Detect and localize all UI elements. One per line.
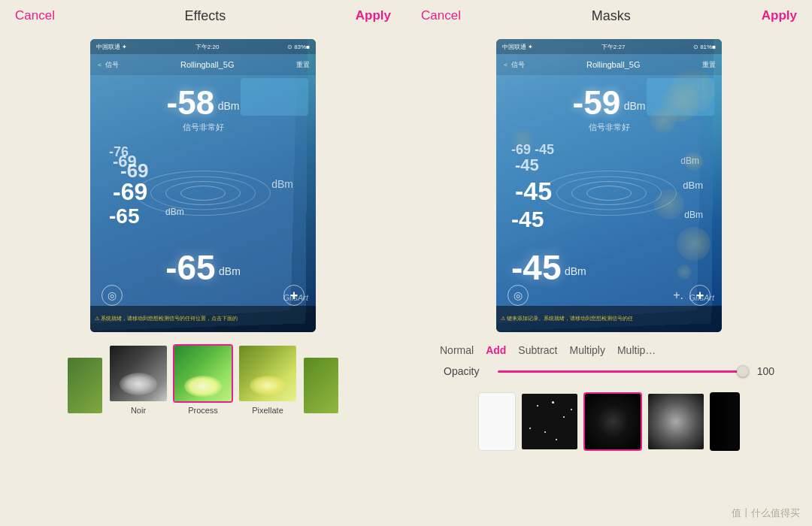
left-thumb-process[interactable]: Process — [173, 344, 233, 415]
left-panel: 中国联通 ✦ 下午2:20 ⊙ 83%■ ＜ 信号 Rollingball_5G… — [0, 32, 406, 526]
gifsart-watermark: GifsArt — [283, 293, 308, 302]
phone-nav-title: Rollingball_5G — [119, 60, 296, 69]
page-watermark: 值丨什么值得买 — [732, 506, 800, 520]
opacity-value: 100 — [752, 365, 774, 377]
right-phone-back-btn: ＜ 信号 — [502, 60, 525, 70]
right-phone-reset-btn: 重置 — [702, 60, 716, 70]
blend-mode-bar: Normal Add Subtract Multiply Multip… — [425, 337, 793, 364]
left-cancel-button[interactable]: Cancel — [15, 8, 55, 23]
right-gifsart-watermark: GifsArt — [689, 293, 714, 302]
blend-add[interactable]: Add — [486, 344, 506, 356]
opacity-slider-thumb[interactable] — [737, 365, 749, 377]
right-thumb-blank[interactable] — [478, 392, 516, 451]
blend-multiply[interactable]: Multiply — [569, 344, 604, 356]
right-thumb-vignette[interactable] — [583, 392, 642, 451]
left-thumb-partial2[interactable] — [302, 356, 340, 415]
left-thumb-pixellate[interactable]: Pixellate — [238, 344, 298, 415]
left-thumb-partial[interactable] — [66, 356, 104, 415]
left-title: Effects — [184, 8, 226, 24]
right-apply-button[interactable]: Apply — [762, 8, 797, 23]
blend-normal[interactable]: Normal — [440, 344, 474, 356]
phone-bottom-bar: ⚠ 系统就绪，请移动到您想检测信号的任何位置，点击下面的 — [90, 306, 316, 332]
right-thumb-stars[interactable] — [520, 392, 579, 451]
phone-back-btn: ＜ 信号 — [96, 60, 119, 70]
right-phone-status-bar: 中国联通 ✦ 下午2:27 ⊙ 81%■ — [496, 39, 722, 54]
opacity-row: Opacity 100 — [429, 364, 789, 383]
right-phone-bottom-bar: ⚠ 键来添加记录。系统就绪，请移动到您想检测信号的任 — [496, 306, 722, 332]
right-title: Masks — [592, 8, 631, 24]
right-cancel-button[interactable]: Cancel — [421, 8, 461, 23]
phone-status-bar: 中国联通 ✦ 下午2:20 ⊙ 83%■ — [90, 39, 316, 54]
right-top-bar: Cancel Masks Apply — [406, 0, 812, 32]
left-thumbnail-strip: Noir Process Pixellate — [0, 338, 406, 418]
phone-reset-btn: 重置 — [296, 60, 310, 70]
blend-subtract[interactable]: Subtract — [518, 344, 557, 356]
right-phone-mockup: 中国联通 ✦ 下午2:27 ⊙ 81%■ ＜ 信号 Rollingball_5G… — [496, 39, 722, 332]
opacity-slider-track[interactable] — [498, 370, 743, 373]
thumb-partial2-img — [304, 358, 338, 413]
right-panel: 中国联通 ✦ 下午2:27 ⊙ 81%■ ＜ 信号 Rollingball_5G… — [406, 32, 812, 526]
right-thumbnail-strip — [406, 386, 812, 454]
left-thumb-pixellate-label: Pixellate — [252, 406, 283, 415]
phone-nav-bar: ＜ 信号 Rollingball_5G 重置 — [90, 54, 316, 75]
left-thumb-process-label: Process — [188, 406, 218, 415]
signal-readings: -58 dBm 信号非常好 -76 -69 -69 -69 — [98, 80, 308, 288]
right-thumb-hard[interactable] — [710, 392, 740, 451]
thumb-partial-img — [68, 358, 102, 413]
left-top-bar: Cancel Effects Apply — [0, 0, 406, 32]
right-signal-readings: -59 dBm 信号非常好 -69 -45 -45 dBm — [504, 80, 714, 288]
right-phone-nav-bar: ＜ 信号 Rollingball_5G 重置 — [496, 54, 722, 75]
left-thumb-noir-label: Noir — [131, 406, 146, 415]
opacity-label: Opacity — [444, 365, 489, 377]
blend-multip2[interactable]: Multip… — [617, 344, 656, 356]
left-apply-button[interactable]: Apply — [356, 8, 391, 23]
left-thumb-noir[interactable]: Noir — [108, 344, 168, 415]
left-phone-mockup: 中国联通 ✦ 下午2:20 ⊙ 83%■ ＜ 信号 Rollingball_5G… — [90, 39, 316, 332]
right-thumb-soft[interactable] — [647, 392, 705, 451]
right-phone-nav-title: Rollingball_5G — [525, 60, 702, 69]
